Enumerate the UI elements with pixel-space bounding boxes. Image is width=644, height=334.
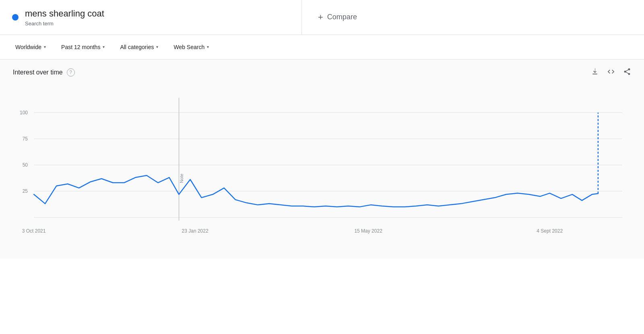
share-icon[interactable] [623, 68, 631, 78]
search-term-dot [12, 14, 19, 21]
svg-text:4 Sept 2022: 4 Sept 2022 [537, 228, 563, 234]
download-icon[interactable] [591, 68, 599, 78]
compare-section[interactable]: + Compare [302, 0, 644, 35]
category-filter[interactable]: All categories ▾ [114, 41, 164, 54]
filters-bar: Worldwide ▾ Past 12 months ▾ All categor… [0, 35, 644, 60]
header: mens shearling coat Search term + Compar… [0, 0, 644, 35]
svg-text:75: 75 [23, 136, 28, 141]
interest-over-time-chart: 100 75 50 25 Note 3 Oct 2021 23 Jan 2022… [10, 86, 634, 255]
chart-title: Interest over time [13, 69, 63, 76]
chart-header: Interest over time ? [10, 68, 634, 78]
time-chevron-icon: ▾ [103, 45, 105, 49]
search-type-filter-label: Web Search [173, 44, 204, 50]
chart-title-group: Interest over time ? [13, 68, 75, 76]
region-filter-label: Worldwide [15, 44, 41, 50]
embed-icon[interactable] [607, 68, 615, 78]
search-term-section: mens shearling coat Search term [0, 0, 302, 35]
svg-text:15 May 2022: 15 May 2022 [354, 228, 382, 234]
region-chevron-icon: ▾ [44, 45, 46, 49]
term-info: mens shearling coat Search term [25, 8, 104, 27]
chart-actions [591, 68, 631, 78]
svg-text:Note: Note [179, 173, 184, 183]
help-icon[interactable]: ? [67, 68, 75, 76]
compare-label: Compare [327, 13, 357, 21]
svg-text:23 Jan 2022: 23 Jan 2022 [182, 228, 208, 234]
svg-text:3 Oct 2021: 3 Oct 2021 [22, 228, 46, 234]
time-filter-label: Past 12 months [61, 44, 100, 50]
search-type-filter[interactable]: Web Search ▾ [168, 41, 215, 54]
category-chevron-icon: ▾ [156, 45, 158, 49]
svg-text:25: 25 [23, 188, 28, 194]
search-term-type: Search term [25, 21, 104, 27]
compare-plus-icon: + [318, 12, 323, 23]
svg-text:100: 100 [20, 109, 28, 115]
search-type-chevron-icon: ▾ [207, 45, 209, 49]
category-filter-label: All categories [120, 44, 154, 50]
region-filter[interactable]: Worldwide ▾ [10, 41, 52, 54]
help-icon-label: ? [69, 70, 72, 75]
chart-section: Interest over time ? [0, 60, 644, 259]
svg-text:50: 50 [23, 162, 28, 168]
search-term-name: mens shearling coat [25, 8, 104, 20]
time-filter[interactable]: Past 12 months ▾ [56, 41, 110, 54]
